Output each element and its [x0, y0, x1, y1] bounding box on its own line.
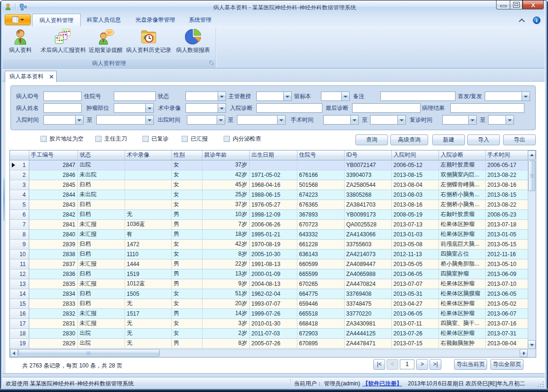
info-icon[interactable]: i — [533, 17, 540, 24]
cell-gender[interactable]: 男 — [171, 279, 202, 289]
patient-name-input[interactable] — [43, 103, 82, 113]
row-header[interactable]: 18 — [10, 328, 29, 338]
chevron-down-icon[interactable] — [145, 116, 153, 124]
column-header-age[interactable]: 就诊年龄 — [202, 150, 249, 160]
cell-status[interactable]: 未汇报 — [77, 229, 125, 239]
cell-admit_date[interactable]: 2013-06-05 — [391, 309, 438, 318]
cell-age[interactable]: 2岁 — [202, 328, 249, 338]
cell-inpatient_no[interactable]: 670265 — [297, 279, 344, 289]
table-row[interactable]: 152833归档无女20岁1993-07-0765944633748475201… — [10, 299, 528, 309]
cell-id_no[interactable]: ZA4143066 — [344, 229, 391, 239]
cell-inpatient_no[interactable]: 367893 — [297, 209, 344, 219]
row-header[interactable]: 17 — [10, 318, 29, 328]
cell-admit_diag[interactable]: 四脑室占位 — [438, 249, 485, 259]
cell-status[interactable]: 未出院 — [77, 190, 125, 200]
scroll-up-button[interactable] — [528, 150, 536, 159]
cell-gender[interactable]: 女 — [171, 170, 202, 180]
specimen-combobox[interactable] — [321, 92, 350, 101]
row-header[interactable]: 10 — [10, 249, 29, 259]
resize-grip[interactable] — [537, 381, 544, 387]
cell-status[interactable]: 未汇报 — [77, 309, 125, 318]
cell-manual_no[interactable]: 2839 — [29, 239, 77, 249]
cell-inpatient_no[interactable]: 665518 — [297, 309, 344, 318]
cell-id_no[interactable]: 33904073 — [344, 170, 391, 180]
cell-surgery_date[interactable]: 2012-11-16 — [485, 249, 528, 259]
minimize-button[interactable] — [496, 0, 510, 9]
cell-manual_no[interactable]: 2841 — [29, 219, 77, 229]
cell-birth[interactable]: 2010-01-30 — [249, 318, 297, 328]
cell-admit_diag[interactable]: 桥小脑角胆脂... — [438, 259, 485, 269]
cell-gender[interactable]: 女 — [171, 249, 202, 259]
table-row[interactable]: 82840未汇报有男18岁1995-01-21643332ZA414306620… — [10, 229, 528, 239]
cell-video[interactable]: 1012蓝 — [125, 279, 171, 289]
cell-birth[interactable]: 1962-02-04 — [249, 289, 297, 299]
cell-inpatient_no[interactable]: 674223 — [297, 190, 344, 200]
query-button[interactable]: 查询 — [355, 134, 388, 145]
cell-id_no[interactable]: 33748475 — [344, 299, 391, 309]
cell-surgery_date[interactable]: 2008-05-23 — [485, 209, 528, 219]
cell-surgery_date[interactable]: 2013-07-31 — [485, 328, 528, 338]
chevron-down-icon[interactable] — [145, 104, 153, 112]
row-header[interactable]: 9 — [10, 239, 29, 249]
cell-inpatient_no[interactable]: 668418 — [297, 318, 344, 328]
cell-manual_no[interactable]: 2845 — [29, 180, 77, 190]
cell-video[interactable] — [125, 160, 171, 170]
cell-surgery_date[interactable]: 2013-06-05 — [485, 289, 528, 299]
collapse-ribbon-icon[interactable] — [520, 18, 525, 22]
cell-inpatient_no[interactable] — [297, 160, 344, 170]
chevron-down-icon[interactable] — [277, 116, 285, 124]
cell-id_no[interactable]: 33769408 — [344, 289, 391, 299]
cell-video[interactable] — [125, 200, 171, 209]
chevron-down-icon[interactable] — [75, 116, 83, 124]
close-tab-icon[interactable]: ✕ — [49, 74, 54, 80]
cell-status[interactable]: 未出院 — [77, 170, 125, 180]
scroll-down-button[interactable] — [528, 340, 536, 349]
cell-birth[interactable] — [249, 160, 297, 170]
cell-video[interactable]: 无 — [125, 299, 171, 309]
cell-age[interactable]: 42岁 — [202, 239, 249, 249]
cell-admit_diag[interactable]: 松果体区肿瘤 — [438, 229, 485, 239]
cell-gender[interactable]: 女 — [171, 200, 202, 209]
final-diag-input[interactable] — [352, 103, 421, 113]
cell-admit_diag[interactable]: 右颞叶胶质瘤 — [438, 209, 485, 219]
cell-video[interactable]: 1444 — [125, 259, 171, 269]
prev-page-button[interactable]: < — [387, 359, 398, 370]
status-combobox[interactable] — [185, 92, 226, 101]
cell-age[interactable]: 25岁 — [202, 190, 249, 200]
cell-id_no[interactable]: ZA4478471 — [344, 338, 391, 348]
cell-admit_date[interactable]: 2008-05-19 — [391, 209, 438, 219]
cell-video[interactable]: 无 — [125, 328, 171, 338]
cell-surgery_date[interactable]: 2013-08-15 — [485, 190, 528, 200]
export-current-page-button[interactable]: 导出当前页 — [454, 359, 487, 370]
cell-video[interactable]: 无 — [125, 209, 171, 219]
cell-admit_diag[interactable]: 松果体区肿瘤 — [438, 309, 485, 318]
cell-admit_date[interactable]: 2013-08-16 — [391, 200, 438, 209]
first-page-button[interactable]: |< — [373, 359, 385, 370]
reported-checkbox[interactable] — [182, 136, 188, 142]
column-header-video[interactable]: 术中录像 — [125, 150, 171, 160]
chevron-down-icon[interactable] — [506, 116, 514, 124]
cell-id_no[interactable]: 33770220 — [344, 309, 391, 318]
cell-birth[interactable]: 1968-04-16 — [249, 180, 297, 190]
column-header-inpatient-no[interactable]: 住院号 — [297, 150, 344, 160]
cell-id_no[interactable]: ZA4065988 — [344, 269, 391, 279]
scroll-right-button[interactable] — [520, 349, 528, 357]
cell-video[interactable]: 无 — [125, 338, 171, 348]
cell-gender[interactable]: 男 — [171, 269, 202, 279]
ribbon-tab-system[interactable]: 系统管理 — [184, 14, 217, 26]
cell-inpatient_no[interactable]: 661228 — [297, 239, 344, 249]
cell-surgery_date[interactable]: 2013-08-04 — [485, 338, 528, 348]
document-tab-patient-basic-data[interactable]: 病人基本资料 ✕ — [5, 71, 57, 82]
cell-admit_diag[interactable]: 四脑室、脑干... — [438, 318, 485, 328]
cell-surgery_date[interactable]: 2013-06-07 — [485, 309, 528, 318]
row-header[interactable]: 12 — [10, 269, 29, 279]
row-header[interactable]: 14 — [10, 289, 29, 299]
cell-surgery_date[interactable]: 2013-08-22 — [485, 200, 528, 209]
cell-gender[interactable]: 男 — [171, 219, 202, 229]
chevron-down-icon[interactable] — [218, 92, 226, 100]
first-relapse-combobox[interactable] — [485, 92, 530, 101]
title-bar[interactable]: 病人基本资料 - 某某医院神经外科-神经外科数据管理系统 X — [0, 0, 548, 13]
restore-button[interactable] — [510, 0, 523, 9]
cell-admit_diag[interactable]: 右额颞脑脓肿 — [438, 338, 485, 348]
cell-birth[interactable]: 1991-08-13 — [249, 259, 297, 269]
